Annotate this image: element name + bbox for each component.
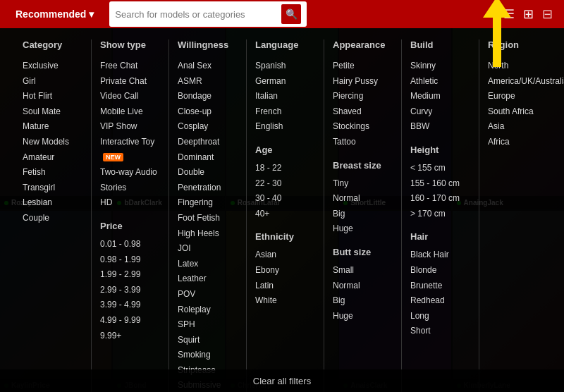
filter-item[interactable]: Normal [333, 278, 393, 294]
filter-item[interactable]: Anal Sex [178, 59, 238, 74]
filter-item[interactable]: White [255, 293, 315, 309]
filter-item[interactable]: Black Hair [410, 247, 470, 263]
filter-item[interactable]: Squirt [178, 333, 238, 348]
large-grid-button[interactable]: ⊟ [539, 4, 556, 25]
filter-item[interactable]: JOI [178, 241, 238, 257]
filter-item[interactable]: Brunette [410, 278, 470, 294]
filter-item[interactable]: Big [333, 293, 393, 309]
filter-item[interactable]: Europe [488, 89, 548, 104]
filter-item[interactable]: Foot Fetish [178, 211, 238, 226]
filter-item[interactable]: Girl [23, 74, 82, 90]
filter-item[interactable]: 0.01 - 0.98 [100, 237, 160, 252]
filter-item[interactable]: 0.98 - 1.99 [100, 252, 160, 268]
filter-item[interactable]: Blonde [410, 263, 470, 278]
filter-item[interactable]: Latex [178, 257, 238, 272]
filter-item[interactable]: Normal [333, 191, 393, 207]
filter-item[interactable]: Video Call [100, 89, 160, 104]
filter-item[interactable]: Small [333, 263, 393, 278]
filter-item[interactable]: French [255, 104, 315, 120]
filter-item[interactable]: Smoking [178, 348, 238, 363]
filter-item[interactable]: Interactive Toy NEW [100, 135, 160, 165]
filter-item[interactable]: Roleplay [178, 302, 238, 318]
filter-item[interactable]: Fingering [178, 195, 238, 211]
filter-item[interactable]: Curvy [410, 104, 470, 120]
filter-item[interactable]: 3.99 - 4.99 [100, 298, 160, 313]
clear-filters-bar[interactable]: Clear all filters [0, 369, 564, 392]
filter-item[interactable]: > 170 cm [410, 207, 470, 222]
filter-item[interactable]: Asia [488, 119, 548, 135]
filter-item[interactable]: South Africa [488, 104, 548, 120]
filter-item[interactable]: Bondage [178, 89, 238, 104]
filter-item[interactable]: 22 - 30 [255, 176, 315, 192]
filter-item[interactable]: Short [410, 324, 470, 339]
filter-item[interactable]: Africa [488, 135, 548, 150]
filter-item[interactable]: 4.99 - 9.99 [100, 313, 160, 329]
filter-item[interactable]: Hairy Pussy [333, 74, 393, 90]
filter-item[interactable]: Long [410, 309, 470, 324]
filter-item[interactable]: Stockings [333, 119, 393, 135]
filter-item[interactable]: Soul Mate [23, 104, 82, 120]
filter-item[interactable]: ASMR [178, 74, 238, 90]
filter-item[interactable]: Italian [255, 89, 315, 104]
filter-item[interactable]: Tattoo [333, 135, 393, 150]
filter-item[interactable]: Close-up [178, 104, 238, 120]
filter-item[interactable]: Piercing [333, 89, 393, 104]
filter-item[interactable]: Huge [333, 309, 393, 324]
filter-item[interactable]: 9.99+ [100, 329, 160, 344]
filter-item[interactable]: 1.99 - 2.99 [100, 267, 160, 283]
filter-item[interactable]: Amateur [23, 150, 82, 166]
filter-item[interactable]: Two-way Audio [100, 165, 160, 180]
filter-item[interactable]: Transgirl [23, 180, 82, 196]
price-header: Price [100, 221, 160, 231]
region-column: Region North America/UK/Australia Europe… [479, 39, 557, 392]
filter-item[interactable]: 30 - 40 [255, 191, 315, 207]
filter-item[interactable]: BBW [410, 119, 470, 135]
search-button[interactable]: 🔍 [281, 4, 302, 24]
search-input[interactable] [115, 9, 281, 20]
filter-item[interactable]: Mature [23, 119, 82, 135]
filter-item[interactable]: 40+ [255, 207, 315, 222]
filter-item[interactable]: New Models [23, 135, 82, 150]
filter-item[interactable]: Asian [255, 247, 315, 263]
filter-item[interactable]: Hot Flirt [23, 89, 82, 104]
filter-item[interactable]: Shaved [333, 104, 393, 120]
filter-item[interactable]: Leather [178, 271, 238, 287]
filter-item[interactable]: Mobile Live [100, 104, 160, 120]
filter-item[interactable]: English [255, 119, 315, 135]
filter-item[interactable]: Dominant [178, 150, 238, 166]
filter-item[interactable]: Cosplay [178, 119, 238, 135]
filter-item[interactable]: Redhead [410, 293, 470, 309]
filter-item[interactable]: Lesbian [23, 195, 82, 211]
filter-item[interactable]: Petite [333, 59, 393, 74]
filter-item[interactable]: 18 - 22 [255, 161, 315, 176]
filter-item[interactable]: Skinny [410, 59, 470, 74]
filter-item[interactable]: Exclusive [23, 59, 82, 74]
filter-item[interactable]: German [255, 74, 315, 90]
filter-item[interactable]: Double Penetration [178, 165, 238, 195]
filter-item[interactable]: Athletic [410, 74, 470, 90]
filter-item[interactable]: Private Chat [100, 74, 160, 90]
filter-item[interactable]: Medium [410, 89, 470, 104]
filter-item[interactable]: Ebony [255, 263, 315, 278]
filter-item[interactable]: Huge [333, 221, 393, 237]
filter-item[interactable]: VIP Show [100, 119, 160, 135]
filter-item[interactable]: 160 - 170 cm [410, 191, 470, 207]
filter-item[interactable]: Couple [23, 211, 82, 226]
filter-item[interactable]: HD [100, 195, 160, 211]
filter-item[interactable]: Spanish [255, 59, 315, 74]
filter-item[interactable]: Latin [255, 278, 315, 294]
recommended-button[interactable]: Recommended ▾ [8, 4, 101, 24]
filter-item[interactable]: SPH [178, 317, 238, 333]
filter-item[interactable]: < 155 cm [410, 161, 470, 176]
filter-item[interactable]: 155 - 160 cm [410, 176, 470, 192]
filter-item[interactable]: Deepthroat [178, 135, 238, 150]
filter-item[interactable]: Fetish [23, 165, 82, 180]
filter-item[interactable]: 2.99 - 3.99 [100, 283, 160, 298]
grid-view-button[interactable]: ⊞ [520, 4, 537, 25]
filter-item[interactable]: Stories [100, 180, 160, 196]
filter-item[interactable]: Free Chat [100, 59, 160, 74]
filter-item[interactable]: Tiny [333, 176, 393, 192]
filter-item[interactable]: POV [178, 287, 238, 302]
filter-item[interactable]: Big [333, 207, 393, 222]
filter-item[interactable]: High Heels [178, 226, 238, 242]
